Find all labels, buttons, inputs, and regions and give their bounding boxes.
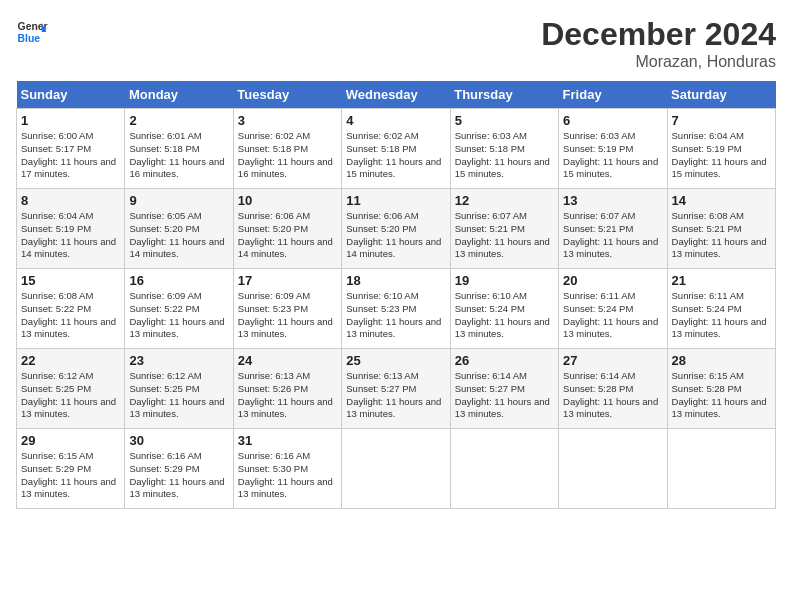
calendar-cell: 25Sunrise: 6:13 AMSunset: 5:27 PMDayligh… (342, 349, 450, 429)
day-info: Sunrise: 6:11 AMSunset: 5:24 PMDaylight:… (672, 290, 771, 341)
day-info: Sunrise: 6:12 AMSunset: 5:25 PMDaylight:… (21, 370, 120, 421)
calendar-cell: 30Sunrise: 6:16 AMSunset: 5:29 PMDayligh… (125, 429, 233, 509)
day-number: 1 (21, 113, 120, 128)
calendar-cell: 18Sunrise: 6:10 AMSunset: 5:23 PMDayligh… (342, 269, 450, 349)
calendar-header-row: SundayMondayTuesdayWednesdayThursdayFrid… (17, 81, 776, 109)
calendar-week-2: 8Sunrise: 6:04 AMSunset: 5:19 PMDaylight… (17, 189, 776, 269)
day-number: 7 (672, 113, 771, 128)
day-info: Sunrise: 6:05 AMSunset: 5:20 PMDaylight:… (129, 210, 228, 261)
col-header-thursday: Thursday (450, 81, 558, 109)
day-number: 9 (129, 193, 228, 208)
day-info: Sunrise: 6:16 AMSunset: 5:29 PMDaylight:… (129, 450, 228, 501)
day-info: Sunrise: 6:10 AMSunset: 5:23 PMDaylight:… (346, 290, 445, 341)
calendar-cell: 13Sunrise: 6:07 AMSunset: 5:21 PMDayligh… (559, 189, 667, 269)
day-number: 11 (346, 193, 445, 208)
title-block: December 2024 Morazan, Honduras (541, 16, 776, 71)
calendar-cell: 23Sunrise: 6:12 AMSunset: 5:25 PMDayligh… (125, 349, 233, 429)
day-number: 5 (455, 113, 554, 128)
calendar-cell: 5Sunrise: 6:03 AMSunset: 5:18 PMDaylight… (450, 109, 558, 189)
day-number: 20 (563, 273, 662, 288)
day-number: 4 (346, 113, 445, 128)
day-info: Sunrise: 6:14 AMSunset: 5:27 PMDaylight:… (455, 370, 554, 421)
calendar-cell: 24Sunrise: 6:13 AMSunset: 5:26 PMDayligh… (233, 349, 341, 429)
day-number: 13 (563, 193, 662, 208)
day-number: 26 (455, 353, 554, 368)
day-number: 16 (129, 273, 228, 288)
calendar-cell: 15Sunrise: 6:08 AMSunset: 5:22 PMDayligh… (17, 269, 125, 349)
day-number: 17 (238, 273, 337, 288)
calendar-week-4: 22Sunrise: 6:12 AMSunset: 5:25 PMDayligh… (17, 349, 776, 429)
day-info: Sunrise: 6:16 AMSunset: 5:30 PMDaylight:… (238, 450, 337, 501)
calendar-body: 1Sunrise: 6:00 AMSunset: 5:17 PMDaylight… (17, 109, 776, 509)
day-number: 23 (129, 353, 228, 368)
calendar-cell: 27Sunrise: 6:14 AMSunset: 5:28 PMDayligh… (559, 349, 667, 429)
calendar-cell: 31Sunrise: 6:16 AMSunset: 5:30 PMDayligh… (233, 429, 341, 509)
day-number: 25 (346, 353, 445, 368)
calendar-week-1: 1Sunrise: 6:00 AMSunset: 5:17 PMDaylight… (17, 109, 776, 189)
calendar-cell: 9Sunrise: 6:05 AMSunset: 5:20 PMDaylight… (125, 189, 233, 269)
day-number: 3 (238, 113, 337, 128)
day-info: Sunrise: 6:00 AMSunset: 5:17 PMDaylight:… (21, 130, 120, 181)
day-number: 12 (455, 193, 554, 208)
day-info: Sunrise: 6:07 AMSunset: 5:21 PMDaylight:… (563, 210, 662, 261)
day-info: Sunrise: 6:04 AMSunset: 5:19 PMDaylight:… (672, 130, 771, 181)
day-info: Sunrise: 6:03 AMSunset: 5:18 PMDaylight:… (455, 130, 554, 181)
day-number: 30 (129, 433, 228, 448)
day-number: 28 (672, 353, 771, 368)
calendar-cell: 10Sunrise: 6:06 AMSunset: 5:20 PMDayligh… (233, 189, 341, 269)
day-number: 31 (238, 433, 337, 448)
day-info: Sunrise: 6:11 AMSunset: 5:24 PMDaylight:… (563, 290, 662, 341)
calendar-cell: 12Sunrise: 6:07 AMSunset: 5:21 PMDayligh… (450, 189, 558, 269)
calendar-cell (342, 429, 450, 509)
calendar-cell: 4Sunrise: 6:02 AMSunset: 5:18 PMDaylight… (342, 109, 450, 189)
day-number: 24 (238, 353, 337, 368)
calendar-cell: 16Sunrise: 6:09 AMSunset: 5:22 PMDayligh… (125, 269, 233, 349)
calendar-week-3: 15Sunrise: 6:08 AMSunset: 5:22 PMDayligh… (17, 269, 776, 349)
calendar-cell: 1Sunrise: 6:00 AMSunset: 5:17 PMDaylight… (17, 109, 125, 189)
day-number: 2 (129, 113, 228, 128)
month-title: December 2024 (541, 16, 776, 53)
calendar-cell: 22Sunrise: 6:12 AMSunset: 5:25 PMDayligh… (17, 349, 125, 429)
day-number: 21 (672, 273, 771, 288)
col-header-saturday: Saturday (667, 81, 775, 109)
calendar-cell (450, 429, 558, 509)
day-info: Sunrise: 6:02 AMSunset: 5:18 PMDaylight:… (346, 130, 445, 181)
calendar-cell: 3Sunrise: 6:02 AMSunset: 5:18 PMDaylight… (233, 109, 341, 189)
svg-text:Blue: Blue (18, 33, 41, 44)
day-info: Sunrise: 6:13 AMSunset: 5:27 PMDaylight:… (346, 370, 445, 421)
day-info: Sunrise: 6:04 AMSunset: 5:19 PMDaylight:… (21, 210, 120, 261)
day-info: Sunrise: 6:10 AMSunset: 5:24 PMDaylight:… (455, 290, 554, 341)
calendar-cell: 17Sunrise: 6:09 AMSunset: 5:23 PMDayligh… (233, 269, 341, 349)
calendar-cell (559, 429, 667, 509)
day-info: Sunrise: 6:01 AMSunset: 5:18 PMDaylight:… (129, 130, 228, 181)
calendar-cell: 26Sunrise: 6:14 AMSunset: 5:27 PMDayligh… (450, 349, 558, 429)
calendar-week-5: 29Sunrise: 6:15 AMSunset: 5:29 PMDayligh… (17, 429, 776, 509)
day-info: Sunrise: 6:06 AMSunset: 5:20 PMDaylight:… (346, 210, 445, 261)
calendar-cell: 7Sunrise: 6:04 AMSunset: 5:19 PMDaylight… (667, 109, 775, 189)
day-info: Sunrise: 6:03 AMSunset: 5:19 PMDaylight:… (563, 130, 662, 181)
day-info: Sunrise: 6:09 AMSunset: 5:22 PMDaylight:… (129, 290, 228, 341)
day-number: 19 (455, 273, 554, 288)
day-info: Sunrise: 6:13 AMSunset: 5:26 PMDaylight:… (238, 370, 337, 421)
day-number: 8 (21, 193, 120, 208)
calendar-cell: 2Sunrise: 6:01 AMSunset: 5:18 PMDaylight… (125, 109, 233, 189)
calendar-cell: 6Sunrise: 6:03 AMSunset: 5:19 PMDaylight… (559, 109, 667, 189)
day-info: Sunrise: 6:12 AMSunset: 5:25 PMDaylight:… (129, 370, 228, 421)
day-number: 18 (346, 273, 445, 288)
day-info: Sunrise: 6:07 AMSunset: 5:21 PMDaylight:… (455, 210, 554, 261)
day-number: 22 (21, 353, 120, 368)
page-header: General Blue December 2024 Morazan, Hond… (16, 16, 776, 71)
logo-icon: General Blue (16, 16, 48, 48)
day-number: 14 (672, 193, 771, 208)
day-info: Sunrise: 6:15 AMSunset: 5:29 PMDaylight:… (21, 450, 120, 501)
day-number: 15 (21, 273, 120, 288)
day-number: 10 (238, 193, 337, 208)
day-info: Sunrise: 6:08 AMSunset: 5:22 PMDaylight:… (21, 290, 120, 341)
calendar-table: SundayMondayTuesdayWednesdayThursdayFrid… (16, 81, 776, 509)
col-header-tuesday: Tuesday (233, 81, 341, 109)
calendar-cell: 19Sunrise: 6:10 AMSunset: 5:24 PMDayligh… (450, 269, 558, 349)
day-number: 29 (21, 433, 120, 448)
calendar-cell: 28Sunrise: 6:15 AMSunset: 5:28 PMDayligh… (667, 349, 775, 429)
col-header-friday: Friday (559, 81, 667, 109)
day-info: Sunrise: 6:08 AMSunset: 5:21 PMDaylight:… (672, 210, 771, 261)
